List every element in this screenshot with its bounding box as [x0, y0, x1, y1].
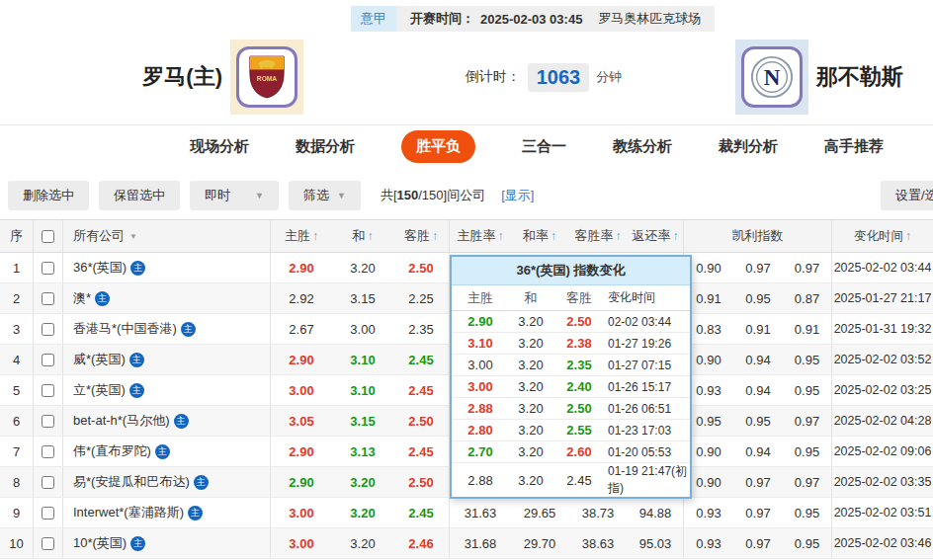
- col-home-rate[interactable]: 主胜率↑: [450, 220, 511, 252]
- row-checkbox-cell: [34, 345, 63, 374]
- draw-odds[interactable]: 3.15: [332, 406, 393, 436]
- company-home-badge-icon: 主: [174, 414, 189, 429]
- delete-selected-button[interactable]: 删除选中: [8, 181, 89, 210]
- roma-crest-icon: ROMA: [248, 54, 286, 100]
- away-odds[interactable]: 2.50: [393, 406, 450, 436]
- nav-tab-6[interactable]: 高手推荐: [824, 137, 884, 156]
- popup-change-time: 01-19 21:47(初指): [606, 463, 690, 497]
- kelly-away: 0.95: [783, 437, 832, 466]
- nav-tab-1[interactable]: 数据分析: [296, 137, 355, 156]
- odds-comparison-page: 意甲 开赛时间：2025-02-03 03:45 罗马奥林匹克球场 罗马(主) …: [0, 0, 933, 560]
- home-odds[interactable]: 2.90: [271, 345, 332, 374]
- row-checkbox[interactable]: [42, 384, 54, 397]
- away-odds[interactable]: 2.46: [393, 528, 450, 558]
- draw-odds[interactable]: 3.20: [332, 253, 393, 282]
- company-name[interactable]: 香港马*(中国香港)主: [63, 314, 271, 344]
- time-filter-select[interactable]: 即时 ▼: [190, 181, 279, 210]
- row-checkbox[interactable]: [42, 415, 54, 428]
- row-checkbox[interactable]: [42, 445, 54, 458]
- away-odds[interactable]: 2.50: [393, 253, 450, 282]
- row-checkbox[interactable]: [42, 537, 54, 550]
- home-odds[interactable]: 3.00: [271, 498, 332, 527]
- company-name[interactable]: 威*(英国)主: [63, 345, 271, 374]
- company-name[interactable]: 易*(安提瓜和巴布达)主: [63, 467, 271, 497]
- row-seq: 10: [0, 528, 34, 558]
- home-odds[interactable]: 2.90: [271, 253, 332, 282]
- home-odds[interactable]: 3.00: [271, 528, 332, 558]
- change-time: 2025-02-02 03:52: [832, 345, 933, 374]
- countdown-unit: 分钟: [596, 68, 622, 86]
- kelly-draw: 0.91: [733, 314, 783, 344]
- nav-tab-5[interactable]: 裁判分析: [719, 137, 778, 156]
- home-odds[interactable]: 2.67: [271, 314, 332, 344]
- row-seq: 5: [0, 375, 34, 405]
- company-name[interactable]: 10*(英国)主: [63, 528, 271, 558]
- away-odds[interactable]: 2.45: [393, 375, 450, 405]
- popup-row: 2.803.202.5501-23 17:03: [452, 420, 690, 441]
- col-away-rate[interactable]: 客胜率↑: [568, 220, 628, 252]
- row-checkbox[interactable]: [42, 507, 54, 520]
- draw-odds[interactable]: 3.10: [332, 375, 393, 405]
- col-draw-odds[interactable]: 和↑: [332, 220, 393, 252]
- company-name[interactable]: Interwet*(塞浦路斯)主: [63, 498, 271, 527]
- home-odds[interactable]: 2.92: [271, 283, 332, 313]
- away-odds[interactable]: 2.45: [393, 437, 450, 466]
- sort-up-icon: ↑: [551, 229, 556, 243]
- company-home-badge-icon: 主: [188, 506, 203, 520]
- col-return-rate[interactable]: 返还率↑: [628, 220, 684, 252]
- away-odds[interactable]: 2.35: [393, 314, 450, 344]
- match-info-bar: 意甲 开赛时间：2025-02-03 03:45 罗马奥林匹克球场: [351, 6, 715, 32]
- home-odds[interactable]: 3.05: [271, 406, 332, 436]
- home-odds[interactable]: 2.90: [271, 437, 332, 466]
- col-change-time[interactable]: 变化时间↑: [832, 220, 933, 252]
- home-odds[interactable]: 3.00: [271, 375, 332, 405]
- col-draw-rate[interactable]: 和率↑: [511, 220, 568, 252]
- draw-odds[interactable]: 3.15: [332, 283, 393, 313]
- away-odds[interactable]: 2.25: [393, 283, 450, 313]
- draw-odds[interactable]: 3.20: [332, 528, 393, 558]
- row-seq: 7: [0, 437, 34, 466]
- company-name[interactable]: 伟*(直布罗陀)主: [63, 437, 271, 466]
- popup-row: 3.103.202.3801-27 19:26: [452, 333, 690, 355]
- keep-selected-button[interactable]: 保留选中: [99, 181, 180, 210]
- row-checkbox[interactable]: [42, 323, 54, 336]
- league-badge[interactable]: 意甲: [351, 6, 396, 32]
- filter-button[interactable]: 筛选 ▼: [289, 181, 361, 210]
- col-company[interactable]: 所有公司▼: [63, 220, 271, 252]
- row-checkbox[interactable]: [42, 354, 54, 366]
- row-checkbox[interactable]: [42, 262, 54, 275]
- row-checkbox-cell: [34, 437, 63, 466]
- away-odds[interactable]: 2.45: [393, 498, 450, 527]
- draw-odds[interactable]: 3.00: [332, 314, 393, 344]
- popup-change-time: 01-23 17:03: [606, 424, 690, 438]
- company-name[interactable]: 立*(英国)主: [63, 375, 271, 405]
- change-time: 2025-02-02 03:25: [832, 375, 933, 405]
- nav-tab-0[interactable]: 现场分析: [190, 137, 249, 156]
- home-odds[interactable]: 2.90: [271, 467, 332, 497]
- col-away-odds[interactable]: 客胜↑: [393, 220, 450, 252]
- row-checkbox[interactable]: [42, 476, 54, 489]
- draw-odds[interactable]: 3.20: [332, 498, 393, 527]
- sort-up-icon: ↑: [905, 229, 911, 243]
- kelly-draw: 0.95: [733, 283, 783, 313]
- company-name[interactable]: 澳*主: [63, 283, 271, 313]
- nav-tab-3[interactable]: 三合一: [522, 137, 566, 156]
- col-home-odds[interactable]: 主胜↑: [271, 220, 332, 252]
- draw-odds[interactable]: 3.20: [332, 467, 393, 497]
- row-checkbox-cell: [34, 528, 63, 558]
- change-time: 2025-02-02 09:06: [832, 437, 933, 466]
- show-link[interactable]: [显示]: [501, 187, 534, 204]
- row-checkbox[interactable]: [42, 292, 54, 305]
- company-name[interactable]: 36*(英国)主: [63, 253, 271, 282]
- nav-tab-4[interactable]: 教练分析: [613, 137, 672, 156]
- away-odds[interactable]: 2.45: [393, 345, 450, 374]
- draw-odds[interactable]: 3.10: [332, 345, 393, 374]
- away-odds[interactable]: 2.50: [393, 467, 450, 497]
- popup-row: 3.003.202.3501-27 07:15: [452, 355, 690, 376]
- row-checkbox-cell: [34, 498, 63, 527]
- company-name[interactable]: bet-at-h*(马尔他)主: [63, 406, 271, 436]
- select-all-checkbox[interactable]: [42, 230, 54, 243]
- draw-odds[interactable]: 3.13: [332, 437, 393, 466]
- nav-tab-2[interactable]: 胜平负: [401, 130, 475, 163]
- settings-button[interactable]: 设置/选: [881, 181, 933, 210]
